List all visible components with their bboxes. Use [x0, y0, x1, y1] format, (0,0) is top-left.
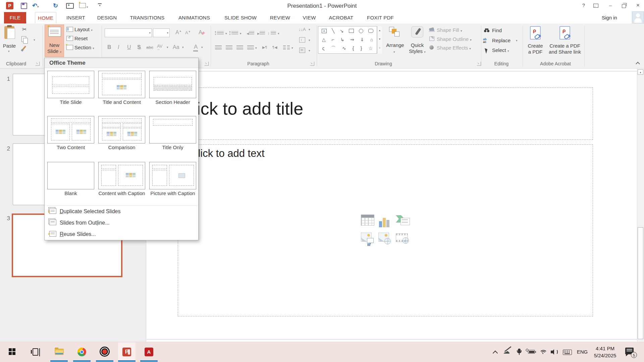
shape-textbox-icon[interactable]: A — [322, 29, 327, 33]
shape-down-arrow-icon[interactable]: ⇓ — [360, 37, 364, 42]
columns-icon[interactable] — [283, 46, 290, 50]
shape-elbow-connector-icon[interactable]: ⌐ — [332, 37, 334, 42]
format-painter-icon[interactable] — [22, 46, 26, 50]
character-spacing-caret-icon[interactable]: ▾ — [167, 46, 168, 49]
shape-right-brace-icon[interactable]: } — [361, 46, 362, 51]
align-left-icon[interactable] — [215, 46, 222, 50]
new-slide-button[interactable]: New Slide ▾ — [45, 24, 64, 57]
italic-button[interactable]: I — [118, 44, 119, 50]
close-icon[interactable]: × — [633, 2, 643, 9]
menu-item-reuse-slides[interactable]: Reuse Slides... — [45, 229, 198, 240]
convert-smartart-caret-icon[interactable]: ▾ — [309, 49, 310, 52]
font-size-combo[interactable]: ▾ — [153, 28, 170, 37]
notification-badge[interactable]: 5 — [631, 352, 637, 358]
shape-rectangle-icon[interactable] — [349, 29, 354, 33]
font-name-combo[interactable]: ▾ — [105, 28, 152, 37]
change-case-button[interactable]: Aa — [173, 44, 179, 50]
layout-title-slide[interactable] — [47, 71, 94, 98]
shape-arc-icon[interactable]: ⌒ — [331, 46, 336, 51]
clock[interactable]: 4:41 PM 5/24/2025 — [590, 345, 620, 359]
tab-view[interactable]: VIEW — [298, 12, 321, 23]
shape-curve-icon[interactable]: ∿ — [342, 46, 346, 51]
menu-item-slides-from-outline[interactable]: Slides from Outline... — [45, 217, 198, 228]
tab-home[interactable]: HOME — [35, 12, 56, 23]
align-text-icon[interactable]: ↕ — [299, 37, 305, 43]
collapse-ribbon-icon[interactable] — [636, 61, 640, 65]
shape-scribble-icon[interactable]: ς — [322, 46, 325, 51]
numbering-icon[interactable] — [231, 31, 238, 36]
shape-rounded-rectangle-icon[interactable] — [368, 29, 373, 33]
layout-blank[interactable] — [47, 162, 94, 189]
insert-smartart-icon[interactable] — [396, 215, 411, 228]
language-indicator[interactable]: ENG — [575, 349, 590, 355]
copy-caret-icon[interactable]: ▾ — [34, 38, 35, 42]
help-icon[interactable]: ? — [579, 2, 588, 9]
text-direction-icon[interactable]: ↓↓A — [299, 27, 306, 32]
text-direction-caret-icon[interactable]: ▾ — [309, 28, 310, 31]
account-avatar[interactable] — [632, 11, 644, 23]
tab-slide-show[interactable]: SLIDE SHOW — [220, 12, 261, 23]
start-button-icon[interactable] — [9, 348, 12, 351]
shape-line-icon[interactable]: ╲ — [332, 28, 334, 33]
menu-item-duplicate-selected-slides[interactable]: Duplicate Selected Slides — [45, 206, 198, 217]
bullets-icon[interactable] — [217, 31, 224, 36]
shape-star-icon[interactable]: ☆ — [369, 46, 373, 51]
shapes-gallery[interactable]: A ╲ ↘ △ ⌐ ↳ ⇒ ⇓ ⌂ ς ⌒ ∿ { } ☆ — [318, 26, 377, 54]
layout-title-only[interactable] — [149, 116, 196, 143]
layout-section-header[interactable] — [149, 71, 196, 98]
restore-icon[interactable] — [619, 2, 629, 9]
tab-review[interactable]: REVIEW — [266, 12, 294, 23]
insert-chart-icon[interactable] — [378, 215, 393, 228]
layout-title-and-content[interactable] — [98, 71, 145, 98]
tab-insert[interactable]: INSERT — [62, 12, 89, 23]
clipboard-dialog-launcher[interactable]: ↘ — [36, 62, 40, 66]
sign-in-link[interactable]: Sign in — [602, 12, 617, 23]
cut-icon[interactable]: ✂ — [22, 26, 26, 33]
shape-elbow-arrow-icon[interactable]: ↳ — [340, 37, 344, 42]
task-view-icon[interactable] — [33, 348, 38, 356]
justify-icon[interactable] — [247, 46, 254, 50]
copy-icon[interactable] — [21, 36, 26, 42]
bold-button[interactable]: B — [107, 44, 111, 50]
line-spacing-icon[interactable]: ↕ — [268, 31, 270, 35]
insert-online-pictures-icon[interactable] — [378, 233, 393, 246]
tab-design[interactable]: DESIGN — [93, 12, 121, 23]
align-text-caret-icon[interactable]: ▾ — [309, 39, 310, 42]
columns-caret-icon[interactable]: ▾ — [291, 46, 293, 50]
tab-foxit-pdf[interactable]: FOXIT PDF — [362, 12, 398, 23]
insert-pictures-icon[interactable] — [361, 233, 376, 246]
numbering-caret-icon[interactable]: ▾ — [240, 32, 241, 35]
powerpoint-taskbar-icon[interactable]: P — [122, 348, 131, 356]
change-case-caret-icon[interactable]: ▾ — [182, 46, 184, 49]
shape-oval-icon[interactable] — [359, 29, 363, 33]
justify-caret-icon[interactable]: ▾ — [255, 46, 257, 50]
touch-keyboard-icon[interactable] — [563, 350, 572, 355]
body-placeholder[interactable] — [178, 144, 593, 316]
ribbon-display-options-icon[interactable] — [591, 2, 600, 9]
underline-button[interactable]: U — [127, 44, 131, 50]
insert-video-icon[interactable] — [396, 233, 411, 246]
text-shadow-button[interactable]: S — [137, 44, 141, 50]
chrome-icon[interactable] — [77, 348, 86, 356]
tab-file[interactable]: FILE — [4, 12, 26, 23]
tab-acrobat[interactable]: ACROBAT — [324, 12, 358, 23]
insert-table-icon[interactable] — [361, 215, 376, 228]
left-to-right-icon[interactable]: ▶¶ — [262, 45, 267, 50]
battery-charging-icon[interactable] — [528, 350, 535, 354]
paragraph-dialog-launcher[interactable]: ↘ — [310, 62, 314, 66]
network-icon[interactable] — [539, 350, 546, 355]
grow-font-button[interactable]: A▲ — [175, 29, 182, 36]
layout-content-with-caption[interactable] — [98, 162, 145, 189]
onedrive-offline-icon[interactable]: ☁ — [503, 347, 510, 355]
align-right-icon[interactable] — [236, 46, 243, 50]
scroll-up-icon[interactable]: ▲ — [638, 69, 643, 75]
tab-transitions[interactable]: TRANSITIONS — [126, 12, 168, 23]
volume-icon[interactable] — [551, 351, 553, 353]
character-spacing-button[interactable]: AV↔ — [157, 44, 162, 54]
layout-picture-with-caption[interactable] — [149, 162, 196, 189]
scrollbar-thumb[interactable] — [638, 227, 643, 339]
clear-formatting-button[interactable]: A — [199, 29, 205, 36]
align-center-icon[interactable] — [226, 46, 232, 50]
font-dialog-launcher[interactable]: ↘ — [205, 62, 209, 66]
title-placeholder-text[interactable]: Click to add title — [180, 99, 303, 119]
